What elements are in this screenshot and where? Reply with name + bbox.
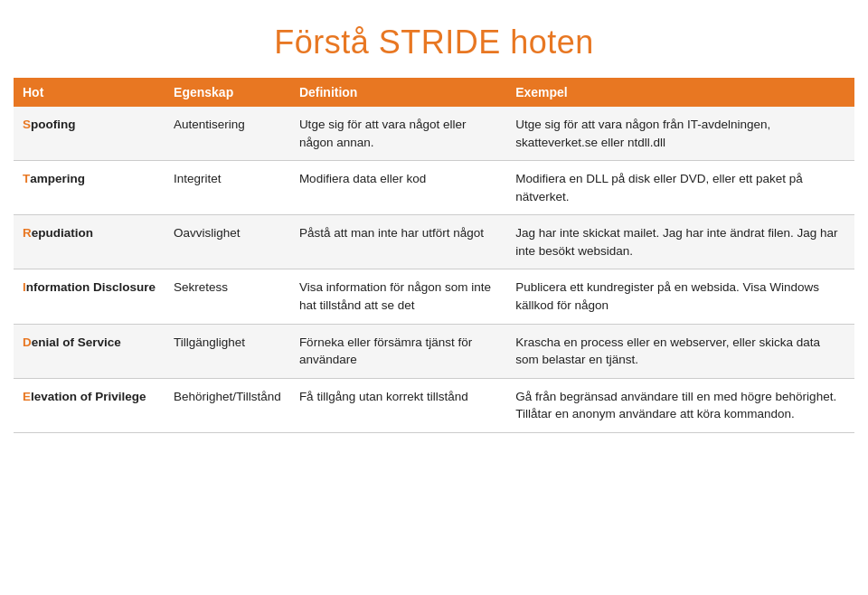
hot-rest: nformation Disclosure <box>26 280 156 294</box>
header-property: Egenskap <box>165 78 290 107</box>
hot-rest: ampering <box>30 172 85 185</box>
table-header-row: Hot Egenskap Definition Exempel <box>14 78 854 107</box>
hot-rest: poofing <box>31 118 75 131</box>
property-cell: Integritet <box>165 161 290 215</box>
table-row: RepudiationOavvislighetPåstå att man int… <box>14 215 854 269</box>
header-definition: Definition <box>290 78 506 107</box>
hot-cell: Tampering <box>14 161 165 215</box>
property-cell: Autentisering <box>165 107 290 161</box>
hot-cell: Information Disclosure <box>14 269 165 324</box>
property-cell: Oavvislighet <box>165 215 290 269</box>
hot-first-letter: R <box>23 226 32 240</box>
hot-first-letter: E <box>23 390 31 403</box>
page-title: Förstå STRIDE hoten <box>14 9 854 78</box>
property-cell: Tillgänglighet <box>165 324 290 378</box>
stride-table: Hot Egenskap Definition Exempel Spoofing… <box>14 78 854 433</box>
example-cell: Modifiera en DLL på disk eller DVD, elle… <box>506 161 854 215</box>
definition-cell: Påstå att man inte har utfört något <box>290 215 506 269</box>
example-cell: Publicera ett kundregister på en websida… <box>506 269 854 324</box>
definition-cell: Modifiera data eller kod <box>290 161 506 215</box>
hot-cell: Spoofing <box>14 107 165 161</box>
definition-cell: Utge sig för att vara något eller någon … <box>290 107 506 161</box>
example-cell: Gå från begränsad användare till en med … <box>506 378 854 432</box>
definition-cell: Visa information för någon som inte hat … <box>290 269 506 324</box>
table-row: Information DisclosureSekretessVisa info… <box>14 269 854 324</box>
hot-first-letter: T <box>23 172 30 185</box>
hot-rest: epudiation <box>32 226 93 240</box>
example-cell: Utge sig för att vara någon från IT-avde… <box>506 107 854 161</box>
hot-cell: Denial of Service <box>14 324 165 378</box>
hot-rest: enial of Service <box>32 335 121 349</box>
example-cell: Jag har inte skickat mailet. Jag har int… <box>506 215 854 269</box>
table-row: TamperingIntegritetModifiera data eller … <box>14 161 854 215</box>
definition-cell: Förneka eller försämra tjänst för använd… <box>290 324 506 378</box>
table-row: Denial of ServiceTillgänglighetFörneka e… <box>14 324 854 378</box>
header-hot: Hot <box>14 78 165 107</box>
hot-cell: Elevation of Privilege <box>14 378 165 432</box>
hot-first-letter: S <box>23 118 31 131</box>
hot-rest: levation of Privilege <box>31 390 146 403</box>
hot-cell: Repudiation <box>14 215 165 269</box>
table-row: Elevation of PrivilegeBehörighet/Tillstå… <box>14 378 854 432</box>
hot-first-letter: D <box>23 335 32 349</box>
header-example: Exempel <box>506 78 854 107</box>
table-row: SpoofingAutentiseringUtge sig för att va… <box>14 107 854 161</box>
example-cell: Krascha en process eller en webserver, e… <box>506 324 854 378</box>
definition-cell: Få tillgång utan korrekt tillstånd <box>290 378 506 432</box>
property-cell: Sekretess <box>165 269 290 324</box>
property-cell: Behörighet/Tillstånd <box>165 378 290 432</box>
